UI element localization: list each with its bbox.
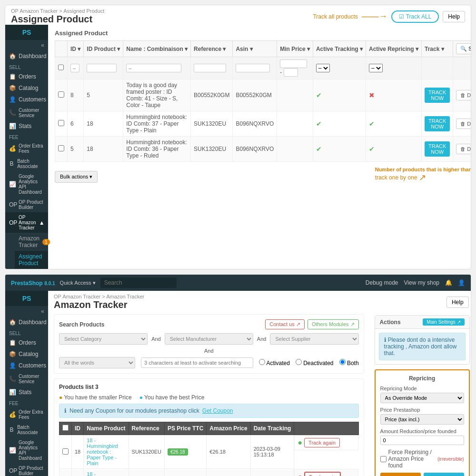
activated-radio[interactable] [259, 359, 265, 365]
sidebar-item-batch[interactable]: B Batch Associate [5, 156, 48, 171]
filter-active-repricing[interactable]: – [369, 64, 383, 72]
sidebar-collapse[interactable]: « [5, 40, 48, 50]
force-reprice-checkbox[interactable] [380, 456, 387, 462]
manufacturer-select[interactable]: Select Manufacturer [165, 333, 253, 345]
filter-asin[interactable] [236, 64, 270, 72]
sidebar-item-catalog[interactable]: 📦 Catalog [5, 82, 48, 94]
col-name[interactable]: Name : Combinaison ▾ [123, 41, 191, 57]
track-now-button[interactable]: TRACK NOW [425, 88, 450, 103]
help-button-top[interactable]: Help [443, 11, 465, 22]
sidebar-item-stats[interactable]: 📊 Stats [5, 120, 48, 132]
products-list-section: Products list 3 ● You have the smaller P… [54, 378, 364, 476]
search-input[interactable] [100, 278, 177, 288]
product-amazon-price: €26.18 [207, 469, 250, 476]
sidebar-bottom-ga[interactable]: 📈 Google Analytics API Dashboard [5, 437, 48, 463]
sidebar-bottom-cs[interactable]: 📞 Customer Service [5, 371, 48, 387]
ga-icon-b: 📈 [9, 447, 16, 454]
filter-name[interactable] [126, 64, 181, 72]
col-id[interactable]: ID ▾ [68, 41, 84, 57]
product-id: 18 [72, 469, 84, 476]
supplier-select[interactable]: Select Supplier [270, 333, 358, 345]
col-active-tracking[interactable]: Active Tracking ▾ [313, 41, 366, 57]
sidebar-item-orders[interactable]: 📋 Orders [5, 71, 48, 82]
col-asin[interactable]: Asin ▾ [233, 41, 277, 57]
bulk-actions-button[interactable]: Bulk actions ▾ [55, 171, 98, 183]
quick-access[interactable]: Quick Access ▾ [60, 280, 96, 286]
sidebar-bottom-batch[interactable]: B Batch Associate [5, 422, 48, 437]
filter-reference[interactable] [194, 64, 226, 72]
category-select[interactable]: Select Category [59, 333, 148, 345]
row-checkbox[interactable] [58, 91, 64, 98]
help-button-bottom[interactable]: Help [446, 297, 469, 308]
col-active-repricing[interactable]: Active Repricing ▾ [366, 41, 422, 57]
contact-us-button[interactable]: Contact us ↗ [265, 319, 305, 329]
row-checkbox[interactable] [58, 120, 64, 126]
col-min-price[interactable]: Min Price ▾ [277, 41, 313, 57]
sidebar-item-order-extra-fees[interactable]: 💰 Order Extra Fees [5, 141, 48, 156]
col-actions-p [294, 422, 358, 435]
filter-id[interactable] [70, 64, 79, 72]
bell-icon[interactable]: 🔔 [445, 279, 452, 286]
sidebar-bottom-collapse[interactable]: « [5, 306, 48, 317]
repricing-mode-select[interactable]: As Override Mode [380, 393, 464, 403]
sidebar-bottom-op-product[interactable]: OP OP Product Builder [5, 463, 48, 476]
filter-active-tracking[interactable]: – [316, 64, 330, 72]
all-words-select[interactable]: All the words [59, 357, 135, 368]
amount-reduction-input[interactable] [380, 436, 464, 445]
delete-button[interactable]: 🗑 Delete [456, 119, 471, 129]
track-again-bottom-button[interactable]: Track Again [380, 473, 421, 476]
filter-id-product[interactable] [87, 64, 117, 72]
col-search-btn[interactable]: 🔍 Search [453, 41, 471, 57]
price-ps-select[interactable]: Price (tax incl.) [380, 414, 464, 425]
col-track[interactable]: Track ▾ [422, 41, 453, 57]
col-date: Date Tracking [250, 422, 294, 435]
sidebar-bottom-fees[interactable]: 💰 Order Extra Fees [5, 407, 48, 422]
sidebar-item-dashboard[interactable]: 🏠 Dashboard [5, 50, 48, 62]
and-label-1: And [151, 336, 161, 342]
sidebar-item-customers[interactable]: 👤 Customers [5, 94, 48, 105]
sidebar-item-ga[interactable]: 📈 Google Analytics API Dashboard [5, 171, 48, 197]
actions-box: Actions Main Settings ↗ ℹ Please dont do… [375, 315, 470, 365]
main-settings-button[interactable]: Main Settings ↗ [423, 318, 464, 326]
user-icon[interactable]: 👤 [458, 279, 465, 286]
product-checkbox[interactable] [62, 448, 69, 455]
sidebar-item-op-product[interactable]: OP OP Product Builder [5, 197, 48, 212]
filter-min-price[interactable] [280, 60, 307, 68]
delete-button[interactable]: 🗑 Delete [456, 144, 471, 154]
track-all-button[interactable]: ☑ Track ALL [391, 10, 439, 23]
sidebar-item-amazon-tracker[interactable]: Amazon Tracker 1 [15, 233, 48, 251]
sidebar-bottom: PS « 🏠 Dashboard SELL 📋 Orders 📦 Catalog… [5, 291, 48, 476]
sidebar-bottom-stats[interactable]: 📊 Stats [5, 387, 48, 398]
col-reference[interactable]: Reference ▾ [191, 41, 233, 57]
col-id-product[interactable]: ID Product ▾ [84, 41, 123, 57]
track-now-button[interactable]: TRACK NOW [425, 141, 450, 157]
track-now-button[interactable]: TRACK NOW [425, 116, 450, 131]
select-all-checkbox[interactable] [62, 425, 69, 431]
row-checkbox[interactable] [58, 145, 64, 151]
cell-id: 8 [68, 79, 84, 111]
sidebar-bottom-catalog[interactable]: 📦 Catalog [5, 348, 48, 360]
label-dashboard-b: Dashboard [19, 319, 47, 326]
both-radio[interactable] [339, 359, 346, 365]
filter-checkbox[interactable] [58, 64, 64, 70]
cell-id: 6 [68, 111, 84, 137]
others-modules-button[interactable]: Others Modules ↗ [307, 319, 359, 329]
track-again-button[interactable]: Track again [304, 472, 341, 476]
sidebar-bottom-dashboard[interactable]: 🏠 Dashboard [5, 317, 48, 328]
sidebar-bottom-customers[interactable]: 👤 Customers [5, 360, 48, 371]
get-coupon-link[interactable]: Get Coupon [202, 407, 233, 414]
delete-button[interactable]: 🗑 Delete [456, 90, 471, 100]
filter-min-price-max[interactable] [284, 68, 298, 77]
sidebar-item-op-amazon[interactable]: OP OP Amazon Tracker ▲ [5, 212, 48, 233]
deactivated-radio[interactable] [296, 359, 302, 365]
customers-icon: 👤 [9, 96, 16, 103]
view-shop[interactable]: View my shop [404, 279, 439, 286]
track-again-button[interactable]: Track again [304, 438, 340, 447]
search-keyword-input[interactable] [141, 357, 253, 368]
sidebar-item-customer-service[interactable]: 📞 Customer Service [5, 105, 48, 120]
repricing-bottom-button[interactable]: Repricing [424, 473, 464, 476]
product-ref: SUK1320EU [129, 435, 164, 469]
sidebar-bottom-orders[interactable]: 📋 Orders [5, 337, 48, 348]
sidebar-item-assigned-product[interactable]: Assigned Product [15, 251, 48, 269]
page-title-top: Assigned Product [11, 14, 104, 25]
